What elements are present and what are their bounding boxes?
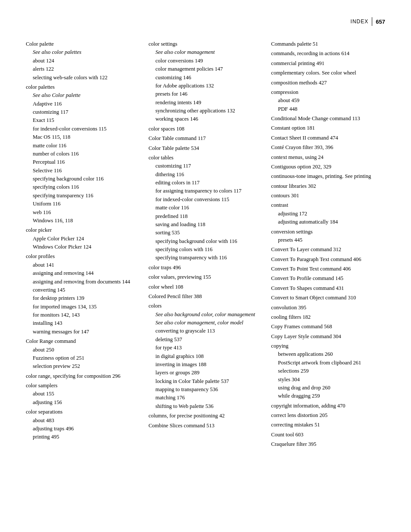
index-main-entry: Combine Slices command 513 (149, 422, 263, 430)
index-main-entry: contrast (271, 201, 385, 209)
index-sub-entry: selection preview 252 (26, 362, 140, 370)
index-main-entry: correcting mistakes 51 (271, 421, 385, 429)
index-main-entry: Convert To Shapes command 431 (271, 284, 385, 292)
index-sub-entry: layers or groups 289 (149, 369, 263, 377)
index-sub-entry: color management policies 147 (149, 65, 263, 73)
index-main-entry: Convert To Profile command 145 (271, 274, 385, 283)
index-column-1: Color paletteSee also color palettesabou… (26, 39, 144, 449)
index-sub-entry: locking in Color Table palette 537 (149, 377, 263, 386)
index-sub-entry: Fuzziness option of 251 (26, 354, 140, 362)
index-main-entry: color palettes (26, 83, 140, 91)
index-sub-entry: Windows 116, 118 (26, 217, 140, 225)
index-main-entry: cooling filters 182 (271, 313, 385, 321)
index-sub-entry: adjusting 156 (26, 398, 140, 407)
index-main-entry: color traps 496 (149, 264, 263, 272)
index-main-entry: color separations (26, 408, 140, 416)
page: INDEX 657 Color paletteSee also color pa… (0, 0, 411, 532)
index-sub-entry: styles 304 (271, 376, 385, 384)
index-main-entry: color tables (149, 154, 263, 162)
index-main-entry: color spaces 108 (149, 125, 263, 133)
index-sub-entry: for type 413 (149, 344, 263, 352)
index-sub-entry: for assigning transparency to colors 117 (149, 187, 263, 195)
index-sub-entry: for indexed-color conversions 115 (149, 196, 263, 204)
index-main-entry: Contiguous option 202, 329 (271, 163, 385, 171)
index-sub-entry: PDF 448 (271, 105, 385, 113)
index-sub-entry: web 116 (26, 208, 140, 217)
index-column-2: color settingsSee also color managementc… (144, 39, 267, 449)
index-main-entry: convolution 395 (271, 304, 385, 312)
index-sub-entry: for imported images 134, 135 (26, 303, 140, 311)
index-sub-entry: converting to grayscale 113 (149, 327, 263, 335)
index-sub-entry: assigning and removing from documents 14… (26, 278, 140, 286)
index-sub-entry: editing colors in 117 (149, 179, 263, 187)
index-sub-entry: between applications 260 (271, 350, 385, 358)
index-sub-entry: See also color management (149, 48, 263, 56)
index-sub-entry: about 250 (26, 346, 140, 354)
index-sub-entry: matching 176 (149, 394, 263, 402)
index-sub-entry: printing 495 (26, 433, 140, 441)
index-main-entry: copying (271, 342, 385, 350)
index-main-entry: color profiles (26, 252, 140, 261)
index-sub-entry: predefined 118 (149, 212, 263, 221)
index-sub-entry: number of colors 116 (26, 150, 140, 158)
index-sub-entry: adjusting automatically 184 (271, 218, 385, 226)
index-sub-entry: Windows Color Picker 124 (26, 243, 140, 251)
index-sub-entry: specifying colors with 116 (149, 246, 263, 254)
index-main-entry: correct lens distortion 205 (271, 411, 385, 420)
index-sub-entry: for monitors 142, 143 (26, 311, 140, 319)
index-main-entry: commands, recording in actions 614 (271, 50, 385, 58)
index-sub-entry: warning messages for 147 (26, 328, 140, 336)
index-sub-entry: See also color palettes (26, 48, 140, 56)
index-main-entry: Conté Crayon filter 393, 396 (271, 143, 385, 152)
index-column-3: Commands palette 51commands, recording i… (267, 39, 385, 449)
index-sub-entry: presets for 146 (149, 90, 263, 98)
index-main-entry: Convert To Paragraph Text command 406 (271, 255, 385, 264)
index-sub-entry: Adaptive 116 (26, 100, 140, 108)
index-main-entry: Convert to Smart Object command 310 (271, 294, 385, 302)
index-sub-entry: presets 445 (271, 236, 385, 244)
index-sub-entry: Mac OS 115, 118 (26, 133, 140, 141)
index-sub-entry: See also background color, color managem… (149, 311, 263, 319)
index-main-entry: Convert To Layer command 312 (271, 246, 385, 254)
index-sub-entry: See also color management, color model (149, 319, 263, 327)
index-sub-entry: installing 143 (26, 319, 140, 327)
index-sub-entry: alerts 122 (26, 65, 140, 73)
index-main-entry: compression (271, 88, 385, 96)
index-main-entry: Copy Frames command 568 (271, 323, 385, 331)
index-sub-entry: specifying transparency 116 (26, 192, 140, 200)
index-columns: Color paletteSee also color palettesabou… (26, 39, 385, 449)
index-main-entry: colors (149, 302, 263, 310)
index-main-entry: context menus, using 24 (271, 153, 385, 162)
index-sub-entry: deleting 537 (149, 336, 263, 344)
index-main-entry: Copy Layer Style command 304 (271, 333, 385, 341)
index-sub-entry: specifying background color 116 (26, 175, 140, 183)
index-sub-entry: specifying colors 116 (26, 183, 140, 191)
index-main-entry: Colored Pencil filter 388 (149, 292, 263, 301)
index-main-entry: composition methods 427 (271, 79, 385, 87)
index-sub-entry: sorting 535 (149, 229, 263, 237)
index-sub-entry: synchronizing other applications 132 (149, 107, 263, 115)
index-main-entry: color values, previewing 155 (149, 273, 263, 281)
index-sub-entry: for Adobe applications 132 (149, 82, 263, 90)
index-sub-entry: while dragging 259 (271, 392, 385, 400)
index-sub-entry: Exact 115 (26, 116, 140, 124)
index-sub-entry: customizing 146 (149, 74, 263, 82)
index-sub-entry: using drag and drop 260 (271, 384, 385, 392)
index-sub-entry: See also Color palette (26, 91, 140, 100)
index-sub-entry: working spaces 146 (149, 115, 263, 123)
index-sub-entry: customizing 117 (149, 162, 263, 170)
index-main-entry: color settings (149, 40, 263, 48)
index-sub-entry: PostScript artwork from clipboard 261 (271, 359, 385, 367)
index-sub-entry: shifting to Web palette 536 (149, 402, 263, 411)
index-sub-entry: dithering 116 (149, 171, 263, 179)
index-sub-entry: about 141 (26, 261, 140, 269)
index-sub-entry: adjusting traps 496 (26, 425, 140, 433)
index-main-entry: Count tool 603 (271, 431, 385, 439)
index-sub-entry: assigning and removing 144 (26, 269, 140, 277)
index-main-entry: color range, specifying for composition … (26, 372, 140, 380)
index-main-entry: commercial printing 491 (271, 59, 385, 68)
index-main-entry: columns, for precise positioning 42 (149, 412, 263, 420)
index-main-entry: Convert To Point Text command 406 (271, 265, 385, 273)
index-sub-entry: adjusting 172 (271, 210, 385, 218)
index-sub-entry: for desktop printers 139 (26, 294, 140, 302)
